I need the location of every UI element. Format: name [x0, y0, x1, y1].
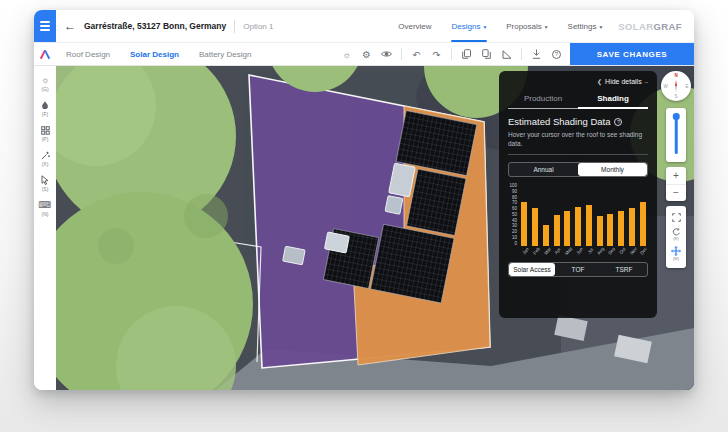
- rotate-button[interactable]: (R): [672, 228, 681, 241]
- y-tick: 60: [512, 207, 517, 212]
- x-label: Dec: [639, 245, 653, 260]
- skylight: [283, 246, 305, 265]
- tool-autofill[interactable]: (X): [41, 150, 50, 167]
- panel-group[interactable]: [370, 224, 454, 303]
- zoom-out-button[interactable]: −: [666, 185, 686, 202]
- fit-frame-icon: [672, 213, 681, 222]
- period-toggle: Annual Monthly: [508, 162, 648, 177]
- toolbar-divider: [451, 48, 452, 60]
- zoom-buttons: + −: [666, 167, 686, 201]
- y-tick: 20: [512, 230, 517, 235]
- bar-Apr: [554, 215, 560, 246]
- measure-ruler-icon[interactable]: [501, 48, 512, 60]
- hamburger-icon: [40, 21, 50, 23]
- main-nav: Overview Designs▾ Proposals▾ Settings▾: [388, 10, 612, 42]
- solargraf-logo: SOLARGRAF: [618, 10, 682, 42]
- download-icon[interactable]: [531, 48, 542, 60]
- bar-Mar: [543, 225, 549, 247]
- map-canvas[interactable]: N E S W + −: [56, 66, 694, 390]
- bar-Oct: [618, 211, 624, 246]
- bar-Jan: [521, 202, 527, 246]
- magic-wand-icon: [41, 150, 50, 160]
- tab-roof-design[interactable]: Roof Design: [56, 43, 120, 65]
- back-button[interactable]: ←: [56, 10, 84, 42]
- dash-icon: –: [645, 79, 648, 85]
- bar-Nov: [629, 208, 635, 246]
- panels-grid-icon: [41, 125, 50, 135]
- bar-Dec: [640, 202, 646, 246]
- save-changes-button[interactable]: SAVE CHANGES: [570, 43, 694, 65]
- app-logo-icon: [34, 43, 56, 65]
- skylight: [385, 196, 403, 215]
- y-tick: 10: [512, 236, 517, 241]
- chevron-down-icon: ▾: [599, 24, 602, 30]
- toolbar-divider: [521, 48, 522, 60]
- hamburger-menu-button[interactable]: [34, 10, 56, 42]
- compass[interactable]: N E S W: [661, 71, 691, 101]
- zoom-in-button[interactable]: +: [666, 167, 686, 185]
- nav-proposals[interactable]: Proposals▾: [496, 10, 557, 42]
- shading-chart-plot: JanFebMarAprMayJunJulAugSepOctNovDec: [519, 184, 648, 260]
- fit-view-button[interactable]: [672, 213, 681, 222]
- info-icon[interactable]: ?: [614, 118, 622, 126]
- redo-icon[interactable]: ↷: [431, 48, 442, 60]
- tab-production[interactable]: Production: [508, 90, 578, 108]
- y-tick: 50: [512, 213, 517, 218]
- toggle-solar-access[interactable]: Solar Access: [509, 263, 555, 276]
- panel-tabs: Production Shading: [508, 90, 648, 109]
- design-option-label[interactable]: Option 1: [243, 22, 273, 31]
- copy-icon[interactable]: [461, 48, 472, 60]
- toggle-monthly[interactable]: Monthly: [578, 163, 647, 176]
- rotate-icon: [672, 228, 681, 236]
- y-tick: 90: [512, 190, 517, 195]
- skylight: [324, 232, 349, 253]
- tool-sun[interactable]: ☼ (G): [41, 75, 49, 92]
- toggle-tsrf[interactable]: TSRF: [601, 263, 647, 276]
- hide-details-button[interactable]: ❮ Hide details –: [499, 71, 657, 89]
- nav-settings[interactable]: Settings▾: [558, 10, 613, 42]
- arrow-left-icon: ←: [64, 19, 76, 33]
- panel-subtitle: Hover your cursor over the roof to see s…: [508, 130, 648, 148]
- zoom-slider-knob[interactable]: [673, 113, 680, 120]
- bar-May: [564, 211, 570, 246]
- zoom-slider[interactable]: [666, 108, 686, 162]
- toolbar-divider: [401, 48, 402, 60]
- undo-icon[interactable]: ↶: [411, 48, 422, 60]
- shading-chart-xlabels: JanFebMarAprMayJunJulAugSepOctNovDec: [519, 246, 648, 259]
- map-tools: (R) (M): [666, 206, 686, 268]
- tree-shadow: [98, 228, 134, 264]
- shading-chart-bars: [519, 184, 648, 246]
- toggle-tof[interactable]: TOF: [555, 263, 601, 276]
- toggle-annual[interactable]: Annual: [509, 163, 578, 176]
- keyboard-icon: ⌨: [39, 200, 52, 210]
- tool-fire[interactable]: (F): [41, 100, 49, 117]
- top-header: ← Garréstraße, 53127 Bonn, Germany Optio…: [34, 10, 694, 42]
- select-cursor-icon: [41, 175, 49, 185]
- bar-Jul: [586, 205, 592, 246]
- design-toolbar: Roof Design Solar Design Battery Design …: [34, 42, 694, 66]
- app-window: ← Garréstraße, 53127 Bonn, Germany Optio…: [34, 10, 694, 390]
- duplicate-icon[interactable]: [481, 48, 492, 60]
- bar-Sep: [607, 214, 613, 246]
- tab-shading[interactable]: Shading: [578, 90, 648, 108]
- toolbar-icons: ☼ ⚙ ↶ ↷: [341, 43, 562, 65]
- zoom-slider-track[interactable]: [675, 116, 678, 154]
- tab-battery-design[interactable]: Battery Design: [189, 43, 261, 65]
- tab-solar-design[interactable]: Solar Design: [120, 43, 189, 65]
- move-button[interactable]: (M): [671, 246, 681, 261]
- settings-gear-icon[interactable]: ⚙: [361, 48, 372, 60]
- collapse-icon: ❮: [597, 78, 602, 85]
- nav-overview[interactable]: Overview: [388, 10, 441, 42]
- bar-Jun: [575, 207, 581, 246]
- tool-select[interactable]: (S): [41, 175, 49, 192]
- flame-icon: [41, 100, 49, 110]
- tool-keyboard[interactable]: ⌨ (N): [39, 200, 52, 217]
- nav-designs[interactable]: Designs▾: [442, 10, 497, 42]
- panel-title: Estimated Shading Data ?: [508, 116, 648, 127]
- tool-panels[interactable]: (P): [41, 125, 50, 142]
- header-divider: [234, 20, 235, 33]
- visibility-eye-icon[interactable]: [381, 48, 392, 60]
- tool-sidebar: ☼ (G) (F) (P): [34, 66, 56, 390]
- sun-position-icon[interactable]: ☼: [341, 48, 352, 60]
- help-icon[interactable]: ?: [551, 48, 562, 60]
